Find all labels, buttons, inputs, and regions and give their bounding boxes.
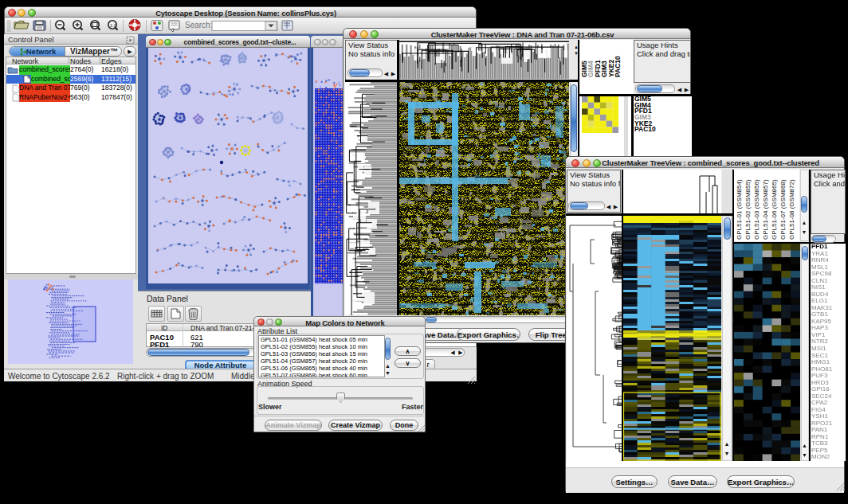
svg-text:1:1: 1:1 (110, 23, 116, 28)
svg-text:Search:: Search: (185, 21, 212, 29)
